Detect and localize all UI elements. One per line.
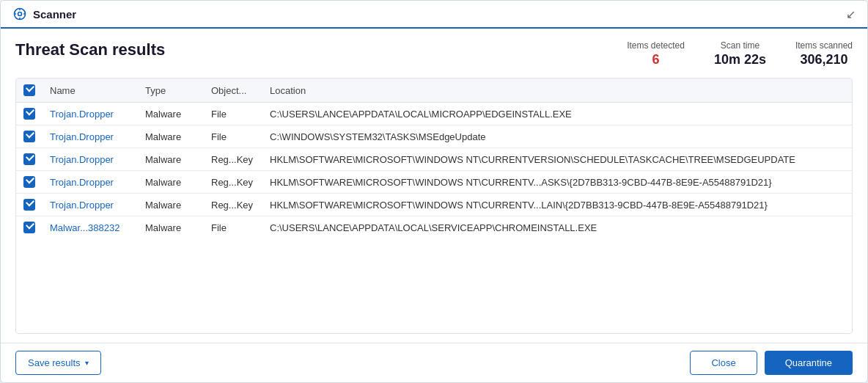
select-all-checkbox[interactable] — [23, 84, 35, 96]
stat-scantime-label: Scan time — [714, 40, 766, 51]
row-object: Reg...Key — [204, 194, 262, 216]
threat-name-link[interactable]: Malwar...388232 — [50, 222, 119, 233]
row-type: Malware — [138, 216, 204, 239]
close-button[interactable]: Close — [690, 351, 757, 375]
top-section: Threat Scan results Items detected 6 Sca… — [15, 40, 853, 68]
th-name: Name — [43, 79, 138, 103]
row-checkbox[interactable] — [23, 131, 35, 142]
row-checkbox-cell — [16, 216, 43, 239]
save-results-label: Save results — [28, 357, 81, 368]
threat-name-link[interactable]: Trojan.Dropper — [50, 131, 114, 142]
threat-name-link[interactable]: Trojan.Dropper — [50, 109, 114, 120]
row-type: Malware — [138, 148, 204, 171]
stat-scanned: Items scanned 306,210 — [795, 40, 853, 68]
row-checkbox[interactable] — [23, 222, 35, 233]
title-bar: Scanner ↙ — [1, 1, 867, 29]
footer: Save results ▾ Close Quarantine — [1, 343, 867, 382]
row-location: C:\WINDOWS\SYSTEM32\TASKS\MSEdgeUpdate — [262, 125, 852, 148]
results-table-wrapper: Name Type Object... Location Trojan.Drop… — [15, 78, 853, 334]
table-row: Trojan.DropperMalwareFileC:\WINDOWS\SYST… — [16, 125, 852, 148]
row-location: HKLM\SOFTWARE\MICROSOFT\WINDOWS NT\CURRE… — [262, 171, 852, 194]
table-row: Trojan.DropperMalwareFileC:\USERS\LANCE\… — [16, 103, 852, 125]
row-object: File — [204, 103, 262, 125]
window-title: Scanner — [33, 8, 76, 21]
row-name: Malwar...388232 — [43, 216, 138, 239]
row-name: Trojan.Dropper — [43, 194, 138, 216]
chevron-down-icon: ▾ — [85, 359, 89, 367]
scanner-icon — [12, 7, 27, 21]
table-row: Malwar...388232MalwareFileC:\USERS\LANCE… — [16, 216, 852, 239]
row-checkbox-cell — [16, 171, 43, 194]
row-checkbox[interactable] — [23, 108, 35, 120]
threat-name-link[interactable]: Trojan.Dropper — [50, 177, 114, 188]
stat-scanned-label: Items scanned — [795, 40, 853, 51]
row-checkbox-cell — [16, 148, 43, 171]
row-type: Malware — [138, 103, 204, 125]
th-location: Location — [262, 79, 852, 103]
title-bar-left: Scanner — [12, 7, 76, 21]
th-type: Type — [138, 79, 204, 103]
row-object: File — [204, 125, 262, 148]
table-row: Trojan.DropperMalwareReg...KeyHKLM\SOFTW… — [16, 194, 852, 216]
row-type: Malware — [138, 194, 204, 216]
results-table: Name Type Object... Location Trojan.Drop… — [16, 79, 852, 238]
minimize-icon[interactable]: ↙ — [846, 7, 856, 21]
stat-scantime: Scan time 10m 22s — [714, 40, 766, 68]
row-location: HKLM\SOFTWARE\MICROSOFT\WINDOWS NT\CURRE… — [262, 148, 852, 171]
main-content: Threat Scan results Items detected 6 Sca… — [1, 29, 867, 343]
stat-detected-value: 6 — [627, 52, 685, 68]
row-checkbox[interactable] — [23, 153, 35, 165]
row-object: File — [204, 216, 262, 239]
footer-right: Close Quarantine — [690, 351, 853, 375]
page-title: Threat Scan results — [15, 40, 165, 59]
table-body: Trojan.DropperMalwareFileC:\USERS\LANCE\… — [16, 103, 852, 239]
table-row: Trojan.DropperMalwareReg...KeyHKLM\SOFTW… — [16, 171, 852, 194]
stat-scantime-value: 10m 22s — [714, 52, 766, 68]
threat-name-link[interactable]: Trojan.Dropper — [50, 154, 114, 165]
th-object: Object... — [204, 79, 262, 103]
threat-name-link[interactable]: Trojan.Dropper — [50, 200, 114, 211]
row-checkbox[interactable] — [23, 176, 35, 188]
row-name: Trojan.Dropper — [43, 171, 138, 194]
th-checkbox — [16, 79, 43, 103]
row-checkbox-cell — [16, 103, 43, 125]
row-location: HKLM\SOFTWARE\MICROSOFT\WINDOWS NT\CURRE… — [262, 194, 852, 216]
row-name: Trojan.Dropper — [43, 148, 138, 171]
row-type: Malware — [138, 125, 204, 148]
svg-point-1 — [18, 12, 22, 16]
row-checkbox[interactable] — [23, 199, 35, 211]
stat-detected-label: Items detected — [627, 40, 685, 51]
save-results-button[interactable]: Save results ▾ — [15, 351, 101, 375]
row-object: Reg...Key — [204, 171, 262, 194]
row-checkbox-cell — [16, 194, 43, 216]
row-name: Trojan.Dropper — [43, 125, 138, 148]
stat-detected: Items detected 6 — [627, 40, 685, 68]
stat-scanned-value: 306,210 — [795, 52, 853, 68]
row-name: Trojan.Dropper — [43, 103, 138, 125]
quarantine-button[interactable]: Quarantine — [765, 351, 853, 375]
row-location: C:\USERS\LANCE\APPDATA\LOCAL\MICROAPP\ED… — [262, 103, 852, 125]
row-type: Malware — [138, 171, 204, 194]
table-header-row: Name Type Object... Location — [16, 79, 852, 103]
scanner-window: Scanner ↙ Threat Scan results Items dete… — [0, 0, 868, 383]
stats-row: Items detected 6 Scan time 10m 22s Items… — [627, 40, 853, 68]
table-row: Trojan.DropperMalwareReg...KeyHKLM\SOFTW… — [16, 148, 852, 171]
row-object: Reg...Key — [204, 148, 262, 171]
row-checkbox-cell — [16, 125, 43, 148]
row-location: C:\USERS\LANCE\APPDATA\LOCAL\SERVICEAPP\… — [262, 216, 852, 239]
